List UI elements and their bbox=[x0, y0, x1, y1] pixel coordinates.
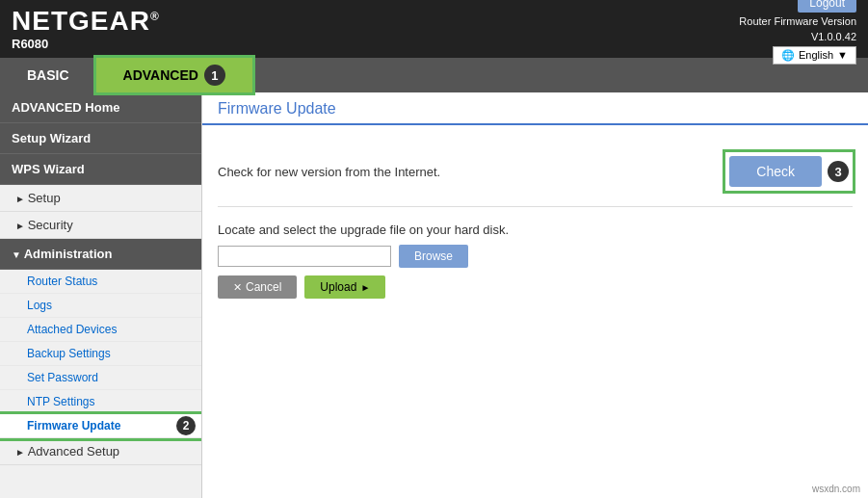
upload-row: Browse bbox=[218, 245, 853, 268]
annotation-circle-3: 3 bbox=[828, 161, 849, 182]
content-header: Firmware Update bbox=[202, 92, 868, 125]
trademark: ® bbox=[150, 9, 160, 22]
language-label: English bbox=[799, 49, 833, 61]
check-label: Check for new version from the Internet. bbox=[218, 165, 440, 179]
sidebar-item-setup[interactable]: Setup bbox=[0, 185, 201, 212]
browse-button[interactable]: Browse bbox=[399, 245, 468, 268]
cancel-button[interactable]: Cancel bbox=[218, 275, 297, 299]
page-title: Firmware Update bbox=[218, 100, 853, 118]
annotation-circle-1: 1 bbox=[204, 65, 225, 86]
brand-name: NETGEAR bbox=[12, 6, 150, 36]
sidebar-item-advanced-home[interactable]: ADVANCED Home bbox=[0, 92, 201, 123]
sidebar-item-set-password[interactable]: Set Password bbox=[0, 366, 201, 390]
sidebar-item-firmware-update[interactable]: Firmware Update 2 bbox=[0, 414, 201, 438]
upload-section: Locate and select the upgrade file on yo… bbox=[218, 207, 853, 299]
firmware-info: Router Firmware Version V1.0.0.42 bbox=[739, 14, 856, 44]
sidebar-item-security[interactable]: Security bbox=[0, 212, 201, 239]
sidebar: ADVANCED Home Setup Wizard WPS Wizard Se… bbox=[0, 92, 202, 498]
flag-icon: 🌐 bbox=[781, 49, 795, 62]
check-button[interactable]: Check bbox=[729, 156, 822, 187]
annotation-circle-2: 2 bbox=[176, 416, 196, 435]
firmware-update-label: Firmware Update bbox=[27, 419, 120, 432]
sidebar-item-backup-settings[interactable]: Backup Settings bbox=[0, 342, 201, 366]
language-button[interactable]: 🌐 English ▼ bbox=[773, 46, 856, 65]
content-area: Firmware Update Check for new version fr… bbox=[202, 92, 868, 498]
sidebar-item-setup-wizard[interactable]: Setup Wizard bbox=[0, 123, 201, 154]
tab-advanced-label: ADVANCED bbox=[123, 67, 198, 83]
upload-button[interactable]: Upload bbox=[304, 275, 385, 299]
model-number: R6080 bbox=[12, 37, 160, 51]
logout-button[interactable]: Logout bbox=[798, 0, 856, 13]
brand-logo: NETGEAR® bbox=[12, 8, 160, 35]
content-body: Check for new version from the Internet.… bbox=[202, 125, 868, 314]
sidebar-item-advanced-setup[interactable]: Advanced Setup bbox=[0, 438, 201, 465]
sidebar-item-router-status[interactable]: Router Status bbox=[0, 270, 201, 294]
header: NETGEAR® R6080 Logout Router Firmware Ve… bbox=[0, 0, 868, 58]
check-button-wrapper: Check 3 bbox=[725, 152, 853, 191]
action-row: Cancel Upload bbox=[218, 275, 853, 299]
chevron-down-icon: ▼ bbox=[837, 49, 848, 61]
sidebar-item-logs[interactable]: Logs bbox=[0, 294, 201, 318]
check-row: Check for new version from the Internet.… bbox=[218, 141, 853, 207]
sidebar-item-ntp-settings[interactable]: NTP Settings bbox=[0, 390, 201, 414]
locate-label: Locate and select the upgrade file on yo… bbox=[218, 223, 853, 237]
firmware-label: Router Firmware Version bbox=[739, 15, 856, 27]
sidebar-item-administration[interactable]: Administration bbox=[0, 239, 201, 270]
firmware-version: V1.0.0.42 bbox=[811, 31, 856, 42]
tab-bar: BASIC ADVANCED 1 bbox=[0, 58, 868, 92]
main-layout: ADVANCED Home Setup Wizard WPS Wizard Se… bbox=[0, 92, 868, 498]
tab-advanced[interactable]: ADVANCED 1 bbox=[96, 58, 252, 92]
brand-section: NETGEAR® R6080 bbox=[12, 8, 160, 51]
watermark: wsxdn.com bbox=[812, 484, 860, 494]
file-input[interactable] bbox=[218, 246, 391, 267]
header-right: Logout Router Firmware Version V1.0.0.42… bbox=[739, 0, 856, 65]
tab-basic-label: BASIC bbox=[27, 67, 69, 83]
sidebar-item-attached-devices[interactable]: Attached Devices bbox=[0, 318, 201, 342]
sidebar-item-wps-wizard[interactable]: WPS Wizard bbox=[0, 154, 201, 185]
tab-basic[interactable]: BASIC bbox=[0, 58, 96, 92]
